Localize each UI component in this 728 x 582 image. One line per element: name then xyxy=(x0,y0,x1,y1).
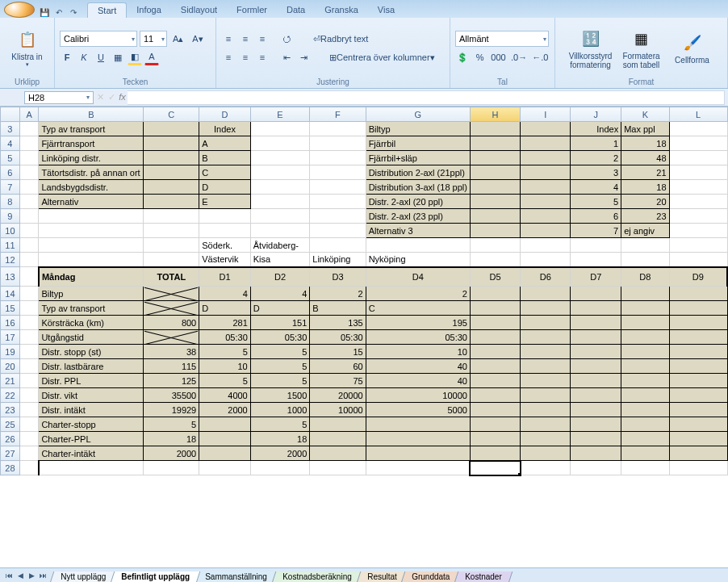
cell-F4[interactable] xyxy=(310,136,366,151)
cell-D23[interactable]: 2000 xyxy=(199,403,251,417)
cell-J11[interactable] xyxy=(571,238,621,253)
sheet-tab-grunddata[interactable]: Grunddata xyxy=(401,572,461,583)
cell-A8[interactable] xyxy=(19,195,39,209)
indent-inc-icon[interactable]: ⇥ xyxy=(296,49,311,65)
row-header-20[interactable]: 20 xyxy=(1,359,20,374)
cell-K12[interactable] xyxy=(621,253,669,267)
cell-K23[interactable] xyxy=(621,403,669,417)
cell-A5[interactable] xyxy=(19,151,39,165)
cell-E15[interactable]: D xyxy=(250,301,310,316)
cell-B16[interactable]: Körsträcka (km) xyxy=(39,316,144,330)
cell-F15[interactable]: B xyxy=(310,301,366,316)
cell-B3[interactable]: Typ av transport xyxy=(39,122,144,136)
cell-J10[interactable]: 7 xyxy=(571,224,621,238)
cell-C21[interactable]: 125 xyxy=(144,374,199,388)
cell-H17[interactable] xyxy=(470,330,520,345)
cell-J26[interactable] xyxy=(571,432,621,446)
cell-K22[interactable] xyxy=(621,388,669,403)
undo-icon[interactable]: ↶ xyxy=(53,6,65,18)
cell-E23[interactable]: 1000 xyxy=(250,403,310,417)
underline-button[interactable]: U xyxy=(94,49,108,65)
name-box[interactable]: H28 xyxy=(24,91,94,104)
cell-F23[interactable]: 10000 xyxy=(310,403,366,417)
cell-E10[interactable] xyxy=(250,224,310,238)
decrease-decimal-icon[interactable]: ←.0 xyxy=(531,49,550,65)
cell-C10[interactable] xyxy=(144,224,199,238)
cell-G14[interactable]: 2 xyxy=(366,287,470,301)
sheet-tab-kostnadsberäkning[interactable]: Kostnadsberäkning xyxy=(272,572,362,583)
align-bottom-icon[interactable]: ≡ xyxy=(255,31,270,47)
cell-C19[interactable]: 38 xyxy=(144,345,199,359)
cell-B10[interactable] xyxy=(39,224,144,238)
cell-H27[interactable] xyxy=(470,446,520,461)
formula-input[interactable] xyxy=(128,90,725,105)
cell-D19[interactable]: 5 xyxy=(199,345,251,359)
cell-G8[interactable]: Distr. 2-axl (20 ppl) xyxy=(366,195,470,209)
font-color-icon[interactable]: A xyxy=(144,49,159,65)
cell-J7[interactable]: 4 xyxy=(571,180,621,195)
cell-D27[interactable] xyxy=(199,446,251,461)
cell-H19[interactable] xyxy=(470,345,520,359)
cell-D4[interactable]: A xyxy=(199,136,251,151)
redo-icon[interactable]: ↷ xyxy=(68,6,79,18)
border-icon[interactable]: ▦ xyxy=(111,49,125,65)
cell-F9[interactable] xyxy=(310,209,366,224)
row-header-8[interactable]: 8 xyxy=(1,195,20,209)
cell-G3[interactable]: Biltyp xyxy=(366,122,470,136)
cell-A20[interactable] xyxy=(19,359,39,374)
cell-G26[interactable] xyxy=(366,432,470,446)
cell-K16[interactable] xyxy=(621,316,669,330)
merge-center-button[interactable]: ⊞ Centrera över kolumner ▾ xyxy=(324,49,441,65)
row-header-3[interactable]: 3 xyxy=(1,122,20,136)
cell-G11[interactable] xyxy=(366,238,470,253)
row-header-13[interactable]: 13 xyxy=(1,267,20,287)
cell-I26[interactable] xyxy=(521,432,571,446)
cell-D13[interactable]: D1 xyxy=(199,267,251,287)
cell-L13[interactable]: D9 xyxy=(669,267,727,287)
cell-L5[interactable] xyxy=(669,151,727,165)
cell-J27[interactable] xyxy=(571,446,621,461)
cell-A11[interactable] xyxy=(19,238,39,253)
cell-K28[interactable] xyxy=(621,461,669,475)
cell-J15[interactable] xyxy=(571,301,621,316)
fx-icon[interactable]: fx xyxy=(119,92,126,103)
increase-decimal-icon[interactable]: .0→ xyxy=(509,49,528,65)
cell-I20[interactable] xyxy=(521,359,571,374)
cell-K8[interactable]: 20 xyxy=(621,195,669,209)
cell-K9[interactable]: 23 xyxy=(621,209,669,224)
cell-C20[interactable]: 115 xyxy=(144,359,199,374)
cell-A10[interactable] xyxy=(19,224,39,238)
cell-F14[interactable]: 2 xyxy=(310,287,366,301)
row-header-14[interactable]: 14 xyxy=(1,287,20,301)
cell-K6[interactable]: 21 xyxy=(621,165,669,180)
row-header-27[interactable]: 27 xyxy=(1,446,20,461)
cell-B8[interactable]: Alternativ xyxy=(39,195,144,209)
cell-H5[interactable] xyxy=(470,151,520,165)
row-header-7[interactable]: 7 xyxy=(1,180,20,195)
cell-A7[interactable] xyxy=(19,180,39,195)
cell-G20[interactable]: 40 xyxy=(366,359,470,374)
cell-F27[interactable] xyxy=(310,446,366,461)
cell-G28[interactable] xyxy=(366,461,470,475)
cell-E20[interactable]: 5 xyxy=(250,359,310,374)
cell-E13[interactable]: D2 xyxy=(250,267,310,287)
cell-A13[interactable] xyxy=(19,267,39,287)
ribbon-tab-granska[interactable]: Granska xyxy=(315,2,368,18)
cell-C17[interactable] xyxy=(144,330,199,345)
cell-L12[interactable] xyxy=(669,253,727,267)
cell-L6[interactable] xyxy=(669,165,727,180)
cell-G22[interactable]: 10000 xyxy=(366,388,470,403)
row-header-28[interactable]: 28 xyxy=(1,461,20,475)
cell-C4[interactable] xyxy=(144,136,199,151)
cell-C9[interactable] xyxy=(144,209,199,224)
cell-I3[interactable] xyxy=(521,122,571,136)
cell-J22[interactable] xyxy=(571,388,621,403)
cell-A19[interactable] xyxy=(19,345,39,359)
cell-B23[interactable]: Distr. intäkt xyxy=(39,403,144,417)
cell-H6[interactable] xyxy=(470,165,520,180)
align-right-icon[interactable]: ≡ xyxy=(255,49,270,65)
cell-D25[interactable] xyxy=(199,417,251,432)
cell-J12[interactable] xyxy=(571,253,621,267)
cell-C6[interactable] xyxy=(144,165,199,180)
cell-D20[interactable]: 10 xyxy=(199,359,251,374)
